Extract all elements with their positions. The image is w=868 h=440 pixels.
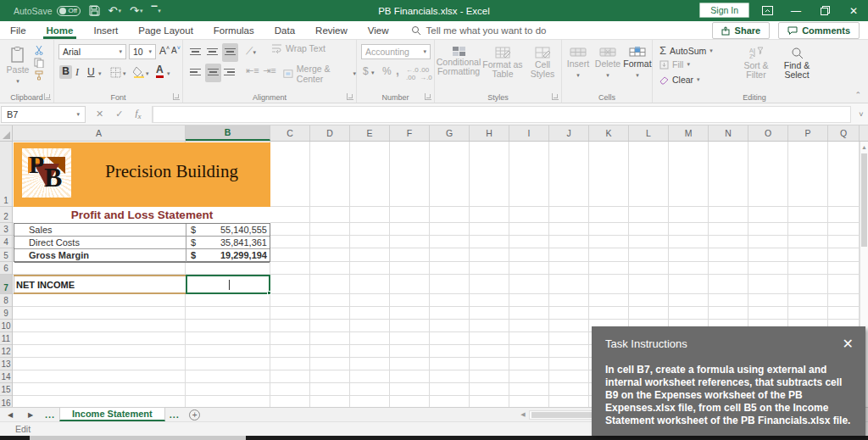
scroll-left-icon[interactable]: ◀ <box>517 411 529 418</box>
column-header-p[interactable]: P <box>788 125 828 141</box>
row-header-12[interactable]: 12 <box>0 345 12 358</box>
decrease-indent-button[interactable]: ⇤≡ <box>246 65 259 76</box>
font-color-button[interactable]: A <box>156 64 164 78</box>
paste-button[interactable]: Paste▾ <box>3 42 32 86</box>
align-right-button[interactable] <box>224 65 235 81</box>
undo-button[interactable]: ↶▾ <box>108 5 121 16</box>
conditional-formatting-button[interactable]: Conditional Formatting <box>437 42 481 76</box>
cell-styles-button[interactable]: Cell Styles <box>525 42 560 79</box>
sheet-nav-right-icon[interactable]: ▶ <box>20 408 41 421</box>
middle-align-button[interactable] <box>207 45 218 60</box>
fill-handle[interactable] <box>267 291 271 295</box>
accounting-format-button[interactable]: $ ▾ <box>363 65 375 77</box>
autosum-button[interactable]: ΣAutoSum▾ <box>659 44 713 57</box>
column-header-f[interactable]: F <box>390 125 430 141</box>
autosave-toggle[interactable]: AutoSave Off <box>14 6 81 16</box>
row-header-5[interactable]: 5 <box>0 248 12 262</box>
column-header-e[interactable]: E <box>350 125 390 141</box>
select-all-button[interactable] <box>0 125 13 141</box>
bottom-align-button[interactable] <box>222 43 238 62</box>
new-sheet-button[interactable]: + <box>184 408 206 421</box>
row-header-9[interactable]: 9 <box>0 307 12 320</box>
column-header-c[interactable]: C <box>270 125 310 141</box>
format-painter-button[interactable] <box>34 70 44 81</box>
top-align-button[interactable] <box>190 45 201 60</box>
column-header-m[interactable]: M <box>669 125 709 141</box>
font-dialog-launcher[interactable] <box>173 93 180 100</box>
column-header-k[interactable]: K <box>589 125 629 141</box>
clear-button[interactable]: Clear▾ <box>659 75 700 85</box>
insert-function-button[interactable]: fx <box>135 108 141 120</box>
vertical-scroll-thumb[interactable] <box>861 153 867 247</box>
number-format-combo[interactable]: Accounting▾ <box>361 44 431 59</box>
tab-data[interactable]: Data <box>264 21 305 39</box>
active-cell-b7[interactable] <box>186 275 270 294</box>
tab-file[interactable]: File <box>0 21 36 39</box>
underline-button[interactable]: U <box>87 66 95 78</box>
row-header-8[interactable]: 8 <box>0 294 12 307</box>
styles-dialog-launcher[interactable] <box>552 93 559 100</box>
borders-button[interactable] <box>110 67 121 78</box>
bold-button[interactable]: B <box>59 65 72 79</box>
ribbon-display-options-button[interactable] <box>753 0 782 21</box>
collapse-ribbon-button[interactable]: ⌃ <box>854 91 861 99</box>
cut-button[interactable] <box>34 45 44 55</box>
fill-color-dropdown[interactable]: ▾ <box>146 70 149 77</box>
find-select-button[interactable]: Find & Select <box>778 42 815 80</box>
row-header-10[interactable]: 10 <box>0 320 12 332</box>
format-cells-button[interactable]: Format▾ <box>623 42 652 80</box>
table-row-sales[interactable]: Sales $ 55,140,555 <box>14 224 270 237</box>
italic-button[interactable]: I <box>75 66 79 79</box>
column-header-a[interactable]: A <box>13 125 186 141</box>
row-header-11[interactable]: 11 <box>0 332 12 345</box>
align-center-button[interactable] <box>205 64 221 82</box>
borders-dropdown[interactable]: ▾ <box>123 70 126 77</box>
row-header-4[interactable]: 4 <box>0 236 12 248</box>
column-header-d[interactable]: D <box>310 125 350 141</box>
maximize-button[interactable] <box>810 0 839 21</box>
minimize-button[interactable]: — <box>782 0 810 21</box>
clipboard-dialog-launcher[interactable] <box>44 93 51 100</box>
expand-formula-bar-button[interactable]: ˅ <box>854 110 868 119</box>
percent-style-button[interactable]: % <box>382 65 392 77</box>
sort-filter-button[interactable]: AZ Sort & Filter <box>737 42 775 80</box>
tab-view[interactable]: View <box>358 21 399 39</box>
tab-formulas[interactable]: Formulas <box>203 21 264 39</box>
orientation-button[interactable]: ⟋▾ <box>246 45 256 57</box>
increase-font-size-button[interactable]: A˄ <box>159 45 170 57</box>
insert-cells-button[interactable]: Insert▾ <box>564 42 593 80</box>
name-box[interactable]: B7▾ <box>1 106 86 123</box>
increase-indent-button[interactable]: ⇥≡ <box>263 65 276 76</box>
merge-center-button[interactable]: Merge & Center▾ <box>283 64 356 84</box>
underline-dropdown[interactable]: ▾ <box>98 70 102 77</box>
column-header-g[interactable]: G <box>430 125 470 141</box>
row-header-13[interactable]: 13 <box>0 358 12 370</box>
copy-button[interactable] <box>34 58 44 68</box>
tab-page-layout[interactable]: Page Layout <box>128 21 203 39</box>
save-button[interactable] <box>89 5 100 16</box>
number-dialog-launcher[interactable] <box>425 93 431 100</box>
sign-in-button[interactable]: Sign In <box>699 3 749 18</box>
sheet-tab-income-statement[interactable]: Income Statement <box>59 408 165 421</box>
scroll-up-icon[interactable]: ▲ <box>860 142 868 152</box>
autosave-switch-icon[interactable]: Off <box>57 6 81 16</box>
align-left-button[interactable] <box>190 65 201 81</box>
tell-me-box[interactable]: Tell me what you want to do <box>399 21 547 39</box>
column-header-l[interactable]: L <box>629 125 669 141</box>
increase-decimal-button[interactable]: ←.0.00 <box>406 66 419 81</box>
row-header-3[interactable]: 3 <box>0 223 12 236</box>
alignment-dialog-launcher[interactable] <box>347 93 353 100</box>
task-panel-close-icon[interactable]: ✕ <box>843 336 854 352</box>
column-header-b[interactable]: B <box>186 125 270 141</box>
column-header-i[interactable]: I <box>509 125 549 141</box>
column-header-o[interactable]: O <box>748 125 788 141</box>
sheet-overflow-left[interactable]: ... <box>41 408 59 421</box>
fill-color-button[interactable] <box>133 66 145 78</box>
row-header-15[interactable]: 15 <box>0 383 12 396</box>
formula-input[interactable] <box>153 106 851 123</box>
format-as-table-button[interactable]: Format as Table <box>482 42 523 79</box>
column-header-q[interactable]: Q <box>828 125 860 141</box>
enter-button[interactable]: ✓ <box>115 109 123 120</box>
wrap-text-button[interactable]: Wrap Text <box>271 43 326 53</box>
row-header-2[interactable]: 2 <box>0 207 12 223</box>
